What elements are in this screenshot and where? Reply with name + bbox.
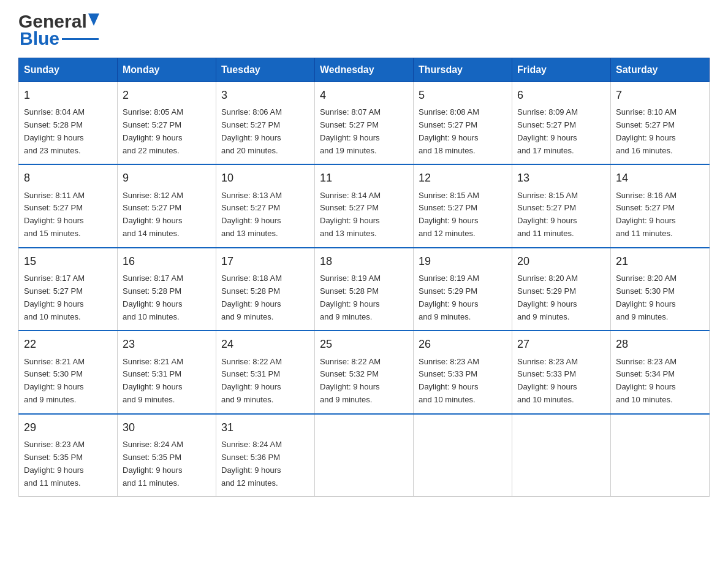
day-number: 1 [24,87,112,103]
day-info: Sunrise: 8:20 AMSunset: 5:29 PMDaylight:… [517,274,578,321]
day-info: Sunrise: 8:18 AMSunset: 5:28 PMDaylight:… [221,274,282,321]
logo-area: General Blue [18,12,99,48]
day-number: 28 [616,336,704,352]
day-info: Sunrise: 8:10 AMSunset: 5:27 PMDaylight:… [616,107,677,155]
day-info: Sunrise: 8:20 AMSunset: 5:30 PMDaylight:… [616,274,677,321]
day-number: 14 [616,170,704,186]
day-info: Sunrise: 8:06 AMSunset: 5:27 PMDaylight:… [221,107,282,155]
day-info: Sunrise: 8:22 AMSunset: 5:32 PMDaylight:… [320,357,381,405]
header-day-thursday: Thursday [414,58,512,82]
logo-blue-line: Blue [18,29,99,48]
day-info: Sunrise: 8:22 AMSunset: 5:31 PMDaylight:… [221,357,282,405]
day-cell: 15 Sunrise: 8:17 AMSunset: 5:27 PMDaylig… [19,248,118,331]
day-info: Sunrise: 8:23 AMSunset: 5:35 PMDaylight:… [24,440,85,488]
day-info: Sunrise: 8:08 AMSunset: 5:27 PMDaylight:… [419,107,479,155]
day-info: Sunrise: 8:19 AMSunset: 5:28 PMDaylight:… [320,274,381,321]
day-number: 15 [24,253,112,269]
day-info: Sunrise: 8:17 AMSunset: 5:27 PMDaylight:… [24,274,85,321]
day-info: Sunrise: 8:15 AMSunset: 5:27 PMDaylight:… [419,191,479,239]
day-info: Sunrise: 8:15 AMSunset: 5:27 PMDaylight:… [517,191,578,239]
day-cell: 28 Sunrise: 8:23 AMSunset: 5:34 PMDaylig… [611,331,710,413]
day-cell: 20 Sunrise: 8:20 AMSunset: 5:29 PMDaylig… [512,248,611,331]
day-cell: 24 Sunrise: 8:22 AMSunset: 5:31 PMDaylig… [216,331,315,413]
day-info: Sunrise: 8:24 AMSunset: 5:35 PMDaylight:… [123,440,183,488]
day-info: Sunrise: 8:19 AMSunset: 5:29 PMDaylight:… [419,274,479,321]
day-number: 30 [123,419,211,435]
day-number: 19 [419,253,507,269]
day-number: 23 [123,336,211,352]
day-cell: 6 Sunrise: 8:09 AMSunset: 5:27 PMDayligh… [512,82,611,165]
day-info: Sunrise: 8:09 AMSunset: 5:27 PMDaylight:… [517,107,578,155]
day-info: Sunrise: 8:04 AMSunset: 5:28 PMDaylight:… [24,107,85,155]
day-cell: 14 Sunrise: 8:16 AMSunset: 5:27 PMDaylig… [611,164,710,247]
day-cell: 3 Sunrise: 8:06 AMSunset: 5:27 PMDayligh… [216,82,315,165]
header-day-friday: Friday [512,58,611,82]
day-number: 13 [517,170,605,186]
calendar-body: 1 Sunrise: 8:04 AMSunset: 5:28 PMDayligh… [19,82,710,497]
day-info: Sunrise: 8:11 AMSunset: 5:27 PMDaylight:… [24,191,85,239]
day-cell: 31 Sunrise: 8:24 AMSunset: 5:36 PMDaylig… [216,414,315,497]
header-day-sunday: Sunday [19,58,118,82]
day-cell: 5 Sunrise: 8:08 AMSunset: 5:27 PMDayligh… [414,82,512,165]
day-cell: 12 Sunrise: 8:15 AMSunset: 5:27 PMDaylig… [414,164,512,247]
day-info: Sunrise: 8:13 AMSunset: 5:27 PMDaylight:… [221,191,282,239]
day-number: 17 [221,253,309,269]
day-cell: 25 Sunrise: 8:22 AMSunset: 5:32 PMDaylig… [315,331,414,413]
day-number: 24 [221,336,309,352]
header-row: SundayMondayTuesdayWednesdayThursdayFrid… [19,58,710,82]
day-number: 26 [419,336,507,352]
week-row-2: 8 Sunrise: 8:11 AMSunset: 5:27 PMDayligh… [19,164,710,247]
day-info: Sunrise: 8:12 AMSunset: 5:27 PMDaylight:… [123,191,183,239]
day-info: Sunrise: 8:05 AMSunset: 5:27 PMDaylight:… [123,107,183,155]
day-number: 8 [24,170,112,186]
day-info: Sunrise: 8:14 AMSunset: 5:27 PMDaylight:… [320,191,381,239]
day-number: 21 [616,253,704,269]
day-cell [315,414,414,497]
day-cell: 27 Sunrise: 8:23 AMSunset: 5:33 PMDaylig… [512,331,611,413]
day-number: 3 [221,87,309,103]
day-cell: 18 Sunrise: 8:19 AMSunset: 5:28 PMDaylig… [315,248,414,331]
header-day-saturday: Saturday [611,58,710,82]
day-info: Sunrise: 8:21 AMSunset: 5:31 PMDaylight:… [123,357,183,405]
day-cell: 7 Sunrise: 8:10 AMSunset: 5:27 PMDayligh… [611,82,710,165]
week-row-3: 15 Sunrise: 8:17 AMSunset: 5:27 PMDaylig… [19,248,710,331]
header-day-tuesday: Tuesday [216,58,315,82]
day-cell: 26 Sunrise: 8:23 AMSunset: 5:33 PMDaylig… [414,331,512,413]
day-info: Sunrise: 8:23 AMSunset: 5:34 PMDaylight:… [616,357,677,405]
day-number: 7 [616,87,704,103]
day-number: 16 [123,253,211,269]
day-info: Sunrise: 8:23 AMSunset: 5:33 PMDaylight:… [419,357,479,405]
day-cell: 30 Sunrise: 8:24 AMSunset: 5:35 PMDaylig… [118,414,216,497]
day-cell [512,414,611,497]
day-cell [414,414,512,497]
day-cell: 16 Sunrise: 8:17 AMSunset: 5:28 PMDaylig… [118,248,216,331]
day-number: 18 [320,253,408,269]
day-info: Sunrise: 8:16 AMSunset: 5:27 PMDaylight:… [616,191,677,239]
day-cell: 13 Sunrise: 8:15 AMSunset: 5:27 PMDaylig… [512,164,611,247]
day-info: Sunrise: 8:23 AMSunset: 5:33 PMDaylight:… [517,357,578,405]
day-cell: 29 Sunrise: 8:23 AMSunset: 5:35 PMDaylig… [19,414,118,497]
day-number: 10 [221,170,309,186]
day-cell: 8 Sunrise: 8:11 AMSunset: 5:27 PMDayligh… [19,164,118,247]
day-number: 5 [419,87,507,103]
day-number: 2 [123,87,211,103]
day-cell: 17 Sunrise: 8:18 AMSunset: 5:28 PMDaylig… [216,248,315,331]
week-row-4: 22 Sunrise: 8:21 AMSunset: 5:30 PMDaylig… [19,331,710,413]
header-day-monday: Monday [118,58,216,82]
day-number: 9 [123,170,211,186]
day-cell: 19 Sunrise: 8:19 AMSunset: 5:29 PMDaylig… [414,248,512,331]
week-row-1: 1 Sunrise: 8:04 AMSunset: 5:28 PMDayligh… [19,82,710,165]
day-number: 12 [419,170,507,186]
day-number: 4 [320,87,408,103]
day-cell: 23 Sunrise: 8:21 AMSunset: 5:31 PMDaylig… [118,331,216,413]
day-info: Sunrise: 8:07 AMSunset: 5:27 PMDaylight:… [320,107,381,155]
day-number: 11 [320,170,408,186]
day-cell: 2 Sunrise: 8:05 AMSunset: 5:27 PMDayligh… [118,82,216,165]
header-day-wednesday: Wednesday [315,58,414,82]
calendar-header: SundayMondayTuesdayWednesdayThursdayFrid… [19,58,710,82]
day-info: Sunrise: 8:17 AMSunset: 5:28 PMDaylight:… [123,274,183,321]
day-info: Sunrise: 8:24 AMSunset: 5:36 PMDaylight:… [221,440,282,488]
day-cell: 11 Sunrise: 8:14 AMSunset: 5:27 PMDaylig… [315,164,414,247]
day-number: 22 [24,336,112,352]
day-number: 31 [221,419,309,435]
